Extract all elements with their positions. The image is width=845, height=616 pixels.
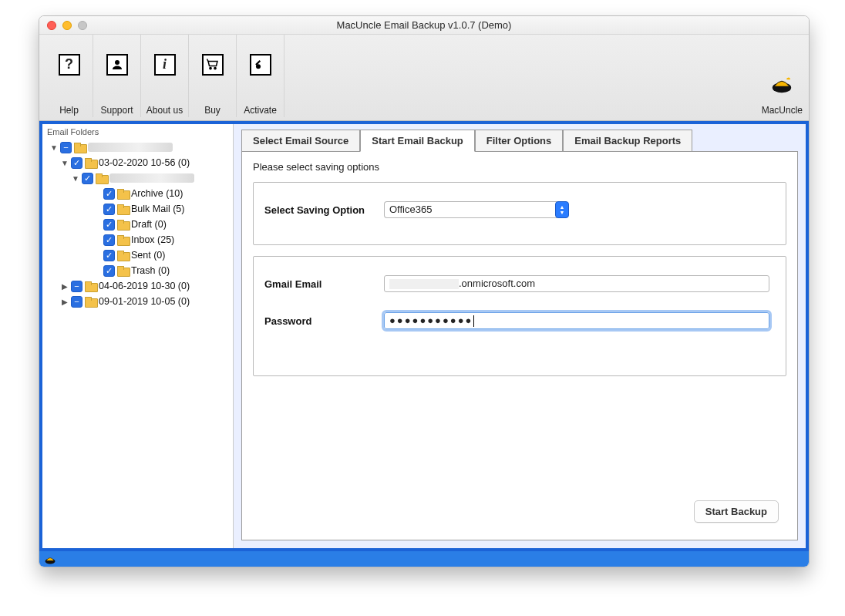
toolbar: ? Help Support i About us Buy Activate (39, 35, 809, 121)
info-icon: i (154, 54, 176, 76)
key-icon (250, 54, 271, 76)
checkbox[interactable]: ✓ (82, 173, 93, 184)
tree-row[interactable]: ▼✓Bulk Mail (5) (44, 201, 233, 217)
checkbox[interactable]: ✓ (103, 265, 115, 277)
titlebar: MacUncle Email Backup v1.0.7 (Demo) (39, 16, 809, 35)
sidebar-header: Email Folders (42, 124, 233, 138)
tree-row[interactable]: ▼✓Sent (0) (44, 247, 233, 263)
password-input[interactable]: ●●●●●●●●●●● (384, 312, 769, 329)
about-button[interactable]: i About us (141, 35, 189, 117)
checkbox[interactable]: ✓ (71, 157, 82, 169)
tree-row[interactable]: ▼− (44, 140, 233, 155)
help-label: Help (59, 105, 79, 116)
folder-icon (117, 235, 129, 244)
help-button[interactable]: ? Help (45, 35, 93, 117)
checkbox[interactable]: ✓ (103, 234, 115, 246)
folder-label: Archive (10) (131, 188, 183, 199)
activate-label: Activate (244, 105, 277, 116)
instruction-text: Please select saving options (253, 161, 786, 173)
help-icon: ? (59, 54, 80, 76)
chevron-right-icon[interactable]: ▶ (61, 282, 69, 290)
folder-label: Draft (0) (131, 219, 167, 230)
status-bar (39, 551, 809, 567)
folder-icon (117, 266, 129, 275)
buy-label: Buy (204, 105, 221, 116)
main-container: Email Folders ▼−▼✓03-02-2020 10-56 (0)▼✓… (39, 121, 809, 551)
checkbox[interactable]: ✓ (103, 250, 115, 261)
buy-button[interactable]: Buy (189, 35, 237, 117)
start-backup-button[interactable]: Start Backup (694, 500, 779, 523)
tree-row[interactable]: ▶−09-01-2019 10-05 (0) (44, 294, 233, 309)
text-caret-icon (473, 315, 474, 327)
folder-icon (85, 297, 96, 306)
chevron-down-icon[interactable]: ▼ (72, 174, 79, 182)
email-label: Gmail Email (264, 278, 369, 290)
password-value: ●●●●●●●●●●● (389, 315, 473, 326)
folder-label: 09-01-2019 10-05 (0) (99, 296, 190, 307)
window-title: MacUncle Email Backup v1.0.7 (Demo) (39, 19, 809, 31)
tree-row[interactable]: ▼✓Inbox (25) (44, 232, 233, 247)
folder-icon (117, 189, 129, 198)
chevron-right-icon[interactable]: ▶ (61, 298, 69, 305)
folder-label: Inbox (25) (131, 234, 174, 245)
content-area: Select Email Source Start Email Backup F… (234, 124, 806, 548)
svg-point-2 (214, 67, 215, 69)
checkbox[interactable]: ✓ (103, 188, 115, 200)
support-icon (106, 54, 128, 76)
tab-select-email-source[interactable]: Select Email Source (241, 130, 360, 152)
svg-point-0 (115, 60, 120, 65)
folder-icon (85, 281, 96, 291)
tab-filter-options[interactable]: Filter Options (475, 130, 564, 152)
folder-icon (85, 158, 96, 167)
cart-icon (202, 54, 224, 76)
checkbox[interactable]: ✓ (103, 219, 115, 231)
folder-icon (117, 204, 129, 214)
folder-label: Sent (0) (131, 250, 165, 261)
tree-row[interactable]: ▼✓Archive (10) (44, 186, 233, 201)
saving-option-group: Select Saving Option Office365 ▲▼ (253, 182, 786, 245)
chevron-down-icon[interactable]: ▼ (61, 159, 69, 167)
email-input[interactable]: xxxxxxxx.onmicrosoft.com (384, 275, 769, 292)
folder-icon (74, 143, 86, 152)
support-label: Support (100, 105, 133, 116)
tab-start-email-backup[interactable]: Start Email Backup (360, 130, 475, 152)
saving-option-label: Select Saving Option (264, 204, 369, 216)
email-suffix: .onmicrosoft.com (459, 278, 535, 289)
credentials-group: Gmail Email xxxxxxxx.onmicrosoft.com Pas… (253, 256, 786, 376)
folder-label: Trash (0) (131, 265, 170, 276)
checkbox[interactable]: − (60, 142, 72, 153)
tab-panel: Please select saving options Select Savi… (241, 151, 798, 540)
tree-row[interactable]: ▼✓Draft (0) (44, 217, 233, 232)
tab-email-backup-reports[interactable]: Email Backup Reports (563, 130, 692, 152)
saving-option-select[interactable]: Office365 ▲▼ (384, 201, 569, 218)
checkbox[interactable]: − (71, 281, 82, 292)
folder-icon (117, 220, 129, 229)
folder-icon (96, 173, 107, 183)
folder-label: 03-02-2020 10-56 (0) (99, 157, 190, 168)
tree-row[interactable]: ▼✓Trash (0) (44, 263, 233, 278)
tree-row[interactable]: ▼✓03-02-2020 10-56 (0) (44, 155, 233, 170)
about-label: About us (146, 105, 183, 116)
checkbox[interactable]: − (71, 296, 82, 308)
checkbox[interactable]: ✓ (103, 204, 115, 215)
app-window: MacUncle Email Backup v1.0.7 (Demo) ? He… (39, 15, 810, 567)
folder-label (109, 173, 194, 183)
support-button[interactable]: Support (93, 35, 141, 117)
folder-label: Bulk Mail (5) (131, 204, 184, 214)
sidebar: Email Folders ▼−▼✓03-02-2020 10-56 (0)▼✓… (42, 124, 234, 548)
folder-icon (117, 251, 129, 260)
status-brand-icon (44, 553, 56, 565)
brand-icon (770, 72, 793, 94)
activate-button[interactable]: Activate (237, 35, 284, 117)
folder-label (88, 143, 173, 152)
tabbar: Select Email Source Start Email Backup F… (241, 129, 798, 151)
folder-tree: ▼−▼✓03-02-2020 10-56 (0)▼✓▼✓Archive (10)… (42, 138, 233, 309)
chevron-down-icon[interactable]: ▼ (50, 143, 58, 151)
select-arrows-icon: ▲▼ (555, 201, 569, 218)
password-label: Password (264, 315, 369, 327)
email-redacted: xxxxxxxx (389, 279, 459, 289)
tree-row[interactable]: ▼✓ (44, 170, 233, 186)
tree-row[interactable]: ▶−04-06-2019 10-30 (0) (44, 278, 233, 294)
brand-label: MacUncle (762, 105, 803, 116)
svg-point-1 (209, 67, 210, 69)
